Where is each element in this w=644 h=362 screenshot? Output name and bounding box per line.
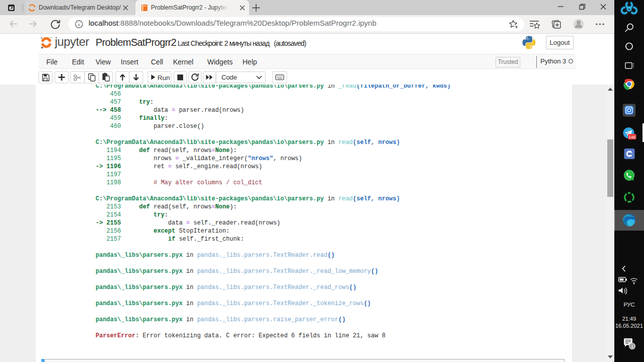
svg-text:Run: Run <box>157 74 170 82</box>
svg-text:148: 148 <box>629 135 636 139</box>
svg-text:1: 1 <box>631 344 633 349</box>
